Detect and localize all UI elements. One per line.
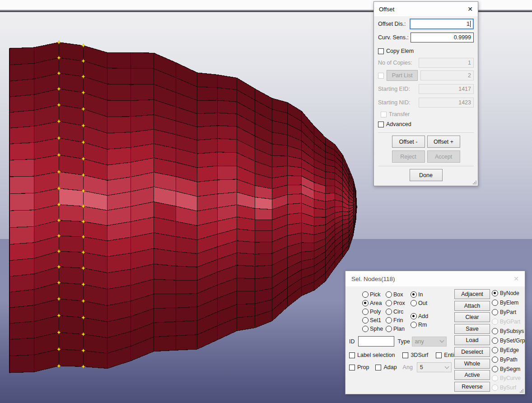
radio-bysurf-label: BySurf bbox=[500, 384, 516, 391]
radio-circ[interactable]: Circ bbox=[386, 307, 405, 316]
resize-grip-icon[interactable] bbox=[519, 389, 524, 393]
reject-button: Reject bbox=[392, 150, 425, 163]
adjacent-button[interactable]: Adjacent bbox=[454, 289, 490, 299]
part-list-checkbox bbox=[378, 73, 384, 79]
advanced-checkbox[interactable]: Advanced bbox=[378, 119, 474, 129]
checkbox-icon bbox=[378, 48, 384, 54]
radio-icon bbox=[492, 356, 498, 363]
3dsurf-label: 3DSurf bbox=[411, 352, 428, 358]
radio-icon bbox=[411, 322, 417, 328]
by-entity-radio-column: ByNode ByElem ByPart ByGPart BySubsys By… bbox=[492, 289, 525, 393]
radio-box[interactable]: Box bbox=[386, 290, 405, 299]
radio-pick-label: Pick bbox=[370, 291, 381, 298]
prop-adap-row: Prop Adap Ang 5 bbox=[349, 362, 452, 373]
radio-icon bbox=[362, 309, 369, 315]
type-dropdown-value: any bbox=[415, 338, 424, 345]
prop-checkbox[interactable] bbox=[349, 365, 355, 370]
offset-distance-row: Offset Dis.: 1 bbox=[378, 17, 474, 31]
id-input[interactable] bbox=[358, 336, 394, 347]
radio-icon bbox=[362, 317, 369, 323]
radio-bysubsys[interactable]: BySubsys bbox=[492, 327, 525, 336]
sel-nodes-titlebar[interactable]: Sel. Nodes(118) ✕ bbox=[345, 271, 525, 286]
radio-icon bbox=[492, 309, 498, 315]
radio-rm[interactable]: Rm bbox=[411, 320, 428, 329]
radio-byedge[interactable]: ByEdge bbox=[492, 345, 525, 355]
save-button[interactable]: Save bbox=[454, 324, 490, 334]
starting-eid-label: Starting EID: bbox=[378, 86, 419, 92]
copy-elem-checkbox[interactable]: Copy Elem bbox=[378, 46, 474, 56]
adap-checkbox[interactable] bbox=[375, 365, 381, 370]
offset-distance-input[interactable]: 1 bbox=[410, 19, 474, 29]
radio-icon bbox=[362, 291, 369, 298]
deselect-button[interactable]: Deselect bbox=[454, 347, 490, 357]
radio-bypath[interactable]: ByPath bbox=[492, 355, 525, 364]
chevron-down-icon bbox=[439, 338, 444, 343]
add-rm-group: Add Rm bbox=[411, 312, 428, 329]
close-icon[interactable]: ✕ bbox=[467, 6, 473, 12]
radio-byelem[interactable]: ByElem bbox=[492, 298, 525, 308]
radio-sphe-label: Sphe bbox=[370, 326, 383, 332]
load-button[interactable]: Load bbox=[454, 335, 490, 345]
active-button[interactable]: Active bbox=[454, 370, 490, 380]
label-selection-row: Label selection 3DSurf Entire bbox=[349, 350, 459, 361]
radio-icon bbox=[411, 300, 417, 306]
radio-pick[interactable]: Pick bbox=[362, 290, 383, 299]
radio-bysegm[interactable]: BySegm bbox=[492, 364, 525, 374]
part-list-button: Part List bbox=[387, 70, 418, 81]
whole-button[interactable]: Whole bbox=[454, 359, 490, 369]
radio-in[interactable]: In bbox=[411, 290, 427, 299]
entire-checkbox[interactable] bbox=[436, 352, 442, 358]
radio-bysetgrp[interactable]: BySet/Grp bbox=[492, 336, 525, 345]
radio-bycurve-label: ByCurve bbox=[500, 375, 521, 381]
radio-plan[interactable]: Plan bbox=[386, 324, 405, 333]
attach-button[interactable]: Attach bbox=[454, 301, 490, 311]
radio-add[interactable]: Add bbox=[411, 312, 428, 320]
close-icon[interactable]: ✕ bbox=[513, 276, 519, 282]
radio-prox[interactable]: Prox bbox=[386, 299, 405, 307]
type-dropdown: any bbox=[412, 337, 447, 347]
clear-button[interactable]: Clear bbox=[454, 312, 490, 322]
radio-bypart[interactable]: ByPart bbox=[492, 308, 525, 317]
radio-out[interactable]: Out bbox=[411, 299, 427, 307]
offset-buttons-row: Offset - Offset + bbox=[378, 136, 474, 148]
curvature-sensitivity-label: Curv. Sens.: bbox=[378, 34, 411, 41]
offset-minus-button[interactable]: Offset - bbox=[392, 136, 425, 148]
reverse-button[interactable]: Reverse bbox=[454, 382, 490, 392]
text-caret bbox=[470, 21, 471, 27]
no-of-copies-label: No of Copies: bbox=[378, 60, 419, 66]
radio-frin[interactable]: Frin bbox=[386, 316, 405, 324]
sel-nodes-body: Pick Area Poly Sel1 Sphe Box Prox Circ F… bbox=[345, 286, 525, 394]
ang-dropdown[interactable]: 5 bbox=[417, 362, 452, 372]
offset-plus-button[interactable]: Offset + bbox=[427, 136, 460, 148]
radio-icon bbox=[386, 326, 392, 332]
radio-icon bbox=[492, 300, 498, 306]
radio-area[interactable]: Area bbox=[362, 299, 383, 307]
id-label: ID bbox=[349, 338, 355, 345]
radio-bynode[interactable]: ByNode bbox=[492, 289, 525, 298]
radio-icon bbox=[386, 309, 392, 315]
adap-label: Adap bbox=[383, 364, 397, 370]
radio-sel1[interactable]: Sel1 bbox=[362, 316, 383, 324]
radio-bysetgrp-label: BySet/Grp bbox=[500, 337, 525, 344]
radio-add-label: Add bbox=[418, 313, 428, 319]
starting-nid-label: Starting NID: bbox=[378, 99, 419, 106]
prop-label: Prop bbox=[357, 364, 369, 370]
no-of-copies-field: 1 bbox=[419, 58, 474, 68]
3dsurf-checkbox[interactable] bbox=[402, 352, 408, 358]
radio-bysegm-label: BySegm bbox=[500, 366, 520, 372]
resize-grip-icon[interactable] bbox=[472, 180, 477, 185]
part-list-row: Part List 2 bbox=[378, 69, 474, 82]
curvature-sensitivity-input[interactable]: 0.9999 bbox=[411, 33, 474, 42]
radio-poly[interactable]: Poly bbox=[362, 307, 383, 316]
radio-icon bbox=[362, 326, 369, 332]
sel-nodes-dialog: Sel. Nodes(118) ✕ Pick Area Poly Sel1 Sp… bbox=[345, 271, 525, 394]
divider bbox=[378, 166, 474, 166]
label-selection-checkbox[interactable] bbox=[349, 352, 355, 358]
radio-sphe[interactable]: Sphe bbox=[362, 324, 383, 333]
ang-dropdown-value: 5 bbox=[420, 364, 423, 370]
offset-dialog-titlebar[interactable]: Offset ✕ bbox=[374, 2, 478, 16]
curvature-sensitivity-row: Curv. Sens.: 0.9999 bbox=[378, 31, 474, 44]
radio-selected-icon bbox=[411, 291, 417, 298]
done-button[interactable]: Done bbox=[410, 169, 443, 181]
radio-disabled-icon bbox=[492, 384, 498, 391]
